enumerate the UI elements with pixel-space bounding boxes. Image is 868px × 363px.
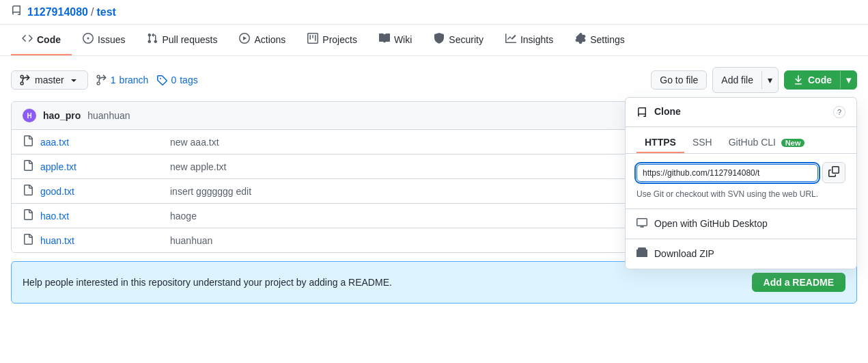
tag-count-label: tags: [180, 75, 197, 85]
file-icon: [23, 185, 33, 198]
tag-count-link[interactable]: 0 tags: [156, 75, 197, 85]
file-name-link[interactable]: hao.txt: [40, 211, 163, 221]
file-name-link[interactable]: apple.txt: [40, 161, 163, 172]
top-bar: 1127914080 / test: [0, 0, 868, 25]
security-icon: [434, 33, 445, 46]
tab-wiki-label: Wiki: [394, 34, 412, 45]
code-button-caret-icon: ▾: [840, 71, 856, 89]
issue-icon: [83, 33, 94, 46]
branch-count-icon: [96, 75, 107, 85]
tab-actions-label: Actions: [254, 34, 285, 45]
add-file-caret-icon: ▾: [761, 71, 778, 89]
branch-icon: [20, 75, 31, 85]
tab-code[interactable]: Code: [11, 25, 72, 55]
clone-title: Clone: [636, 106, 681, 118]
file-icon: [23, 234, 33, 247]
tab-pull-requests[interactable]: Pull requests: [136, 25, 228, 55]
action-buttons: Go to file Add file ▾ Code ▾: [651, 67, 857, 93]
chevron-down-icon: [68, 75, 79, 85]
tab-settings-label: Settings: [590, 34, 625, 45]
settings-icon: [575, 33, 586, 46]
clone-url-row: [636, 162, 845, 183]
tab-security-label: Security: [449, 34, 484, 45]
tab-code-label: Code: [37, 34, 61, 45]
clone-url-section: Use Git or checkout with SVN using the w…: [626, 154, 856, 209]
main-content: master 1 branch 0 tags Go to file Add fi…: [0, 56, 868, 314]
code-icon: [22, 33, 33, 46]
tab-settings[interactable]: Settings: [564, 25, 636, 55]
actions-icon: [239, 33, 250, 46]
add-file-label: Add file: [713, 71, 761, 89]
file-name-link[interactable]: huan.txt: [40, 235, 163, 246]
insights-icon: [505, 33, 516, 46]
branch-count-label: branch: [120, 75, 149, 85]
open-desktop-label: Open with GitHub Desktop: [654, 218, 768, 229]
pr-icon: [147, 33, 158, 46]
tab-pr-label: Pull requests: [162, 34, 217, 45]
file-icon: [23, 160, 33, 173]
tab-issues-label: Issues: [98, 34, 125, 45]
clone-header: Clone ?: [626, 98, 856, 127]
tab-insights[interactable]: Insights: [494, 25, 564, 55]
readme-banner-text: Help people interested in this repositor…: [23, 277, 392, 288]
tab-insights-label: Insights: [520, 34, 553, 45]
branch-name: master: [35, 75, 64, 85]
clone-tab-cli[interactable]: GitHub CLI New: [720, 133, 813, 153]
tag-icon: [156, 75, 167, 85]
download-zip-label: Download ZIP: [654, 248, 714, 259]
clone-new-badge: New: [781, 139, 805, 147]
clone-tab-ssh[interactable]: SSH: [684, 133, 720, 153]
file-icon: [23, 209, 33, 222]
wiki-icon: [379, 33, 390, 46]
repo-icon: [11, 5, 22, 18]
tab-actions[interactable]: Actions: [228, 25, 296, 55]
code-button-label: Code: [785, 71, 840, 89]
tab-issues[interactable]: Issues: [72, 25, 136, 55]
branch-count-number: 1: [111, 75, 116, 85]
clone-copy-button[interactable]: [822, 162, 845, 183]
go-to-file-button[interactable]: Go to file: [651, 70, 707, 90]
clone-hint-text: Use Git or checkout with SVN using the w…: [636, 189, 845, 200]
file-name-link[interactable]: good.txt: [40, 186, 163, 197]
clone-url-input[interactable]: [636, 164, 818, 182]
nav-tabs: Code Issues Pull requests Actions Projec…: [0, 25, 868, 56]
code-label: Code: [808, 75, 832, 85]
file-icon: [23, 135, 33, 148]
clone-help-icon[interactable]: ?: [833, 106, 845, 118]
clone-dropdown: Clone ? HTTPS SSH GitHub CLI New Use Git…: [625, 97, 857, 269]
commit-author: hao_pro: [43, 110, 81, 121]
tab-security[interactable]: Security: [423, 25, 494, 55]
branch-selector-button[interactable]: master: [11, 70, 88, 90]
desktop-icon: [636, 217, 647, 230]
clone-title-text: Clone: [654, 106, 681, 117]
clone-open-desktop-option[interactable]: Open with GitHub Desktop: [626, 209, 856, 239]
download-icon: [793, 75, 804, 85]
zip-icon: [636, 247, 647, 260]
commit-message: huanhuan: [87, 110, 130, 121]
tag-count-number: 0: [171, 75, 176, 85]
clone-tab-https[interactable]: HTTPS: [636, 133, 684, 153]
copy-icon: [828, 166, 839, 177]
tab-projects[interactable]: Projects: [296, 25, 368, 55]
code-button[interactable]: Code ▾: [784, 70, 857, 90]
tab-wiki[interactable]: Wiki: [368, 25, 423, 55]
clone-tabs: HTTPS SSH GitHub CLI New: [626, 127, 856, 154]
avatar: H: [23, 109, 36, 122]
clone-icon: [636, 107, 647, 118]
repo-owner-link[interactable]: 1127914080: [27, 6, 88, 18]
repo-separator: /: [91, 6, 94, 18]
tab-projects-label: Projects: [322, 34, 357, 45]
clone-download-zip-option[interactable]: Download ZIP: [626, 239, 856, 269]
projects-icon: [307, 33, 318, 46]
repo-name-link[interactable]: test: [96, 6, 115, 18]
add-file-button[interactable]: Add file ▾: [712, 67, 779, 93]
branch-bar: master 1 branch 0 tags Go to file Add fi…: [11, 67, 857, 93]
file-name-link[interactable]: aaa.txt: [40, 137, 163, 148]
add-readme-button[interactable]: Add a README: [752, 273, 845, 292]
branch-count-link[interactable]: 1 branch: [96, 75, 149, 85]
